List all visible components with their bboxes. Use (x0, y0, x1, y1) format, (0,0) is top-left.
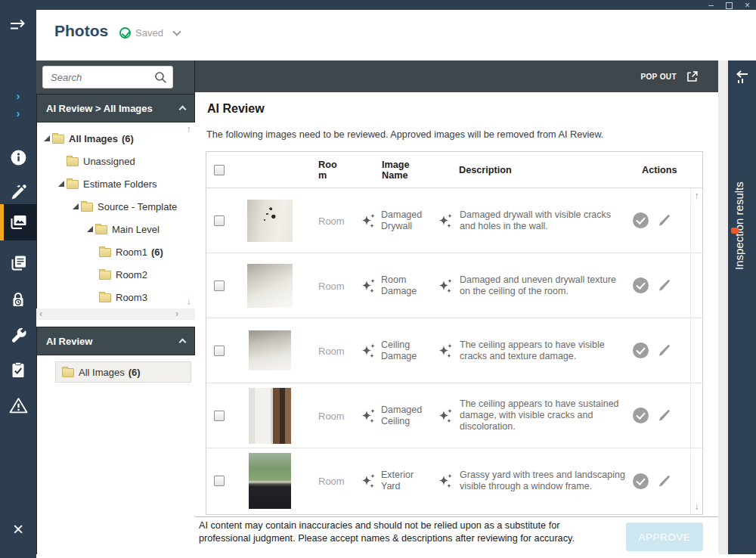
row-checkbox[interactable] (214, 411, 225, 421)
room-value: Room (318, 281, 345, 292)
select-all-checkbox[interactable] (214, 165, 225, 175)
page-header: Photos Saved (36, 10, 756, 60)
edit-image-button[interactable] (657, 408, 671, 423)
column-header-room: Room (308, 160, 358, 181)
collapse-chevron-icon[interactable] (179, 339, 187, 346)
ai-sparkle-icon (361, 212, 376, 229)
scroll-right-icon[interactable]: › (175, 308, 178, 319)
folder-icon (99, 271, 111, 280)
save-status[interactable]: Saved (119, 27, 180, 39)
inspection-results-tab[interactable]: Inspection results (728, 60, 756, 554)
section-subtitle: The following images need to be reviewed… (206, 129, 603, 140)
saved-dropdown-chevron-icon[interactable] (172, 27, 181, 36)
approve-button[interactable]: APPROVE (626, 522, 703, 551)
tree-item-estimate-folders[interactable]: Estimate Folders (37, 172, 195, 195)
search-icon[interactable] (154, 71, 167, 87)
approve-image-button[interactable] (633, 212, 649, 228)
tree-horizontal-scrollbar[interactable]: ‹ › (36, 308, 195, 320)
image-name-value: Room Damage (381, 274, 428, 297)
table-row: Room Ceiling Damage The ceiling appears … (206, 318, 702, 383)
expand-toggle-icon[interactable] (70, 203, 81, 209)
expand-panel-icon[interactable] (734, 70, 751, 88)
approve-image-button[interactable] (633, 343, 649, 358)
description-value: The ceiling appears to have sustained da… (460, 398, 627, 432)
table-vertical-scrollbar[interactable]: ↑ ↓ (690, 188, 702, 514)
review-table: Room Image Name Description Actions Room… (206, 151, 703, 515)
save-status-label: Saved (135, 27, 163, 39)
documents-icon[interactable] (0, 255, 36, 271)
scroll-up-icon[interactable]: ↑ (183, 124, 194, 135)
chevron-right-icon[interactable]: › (0, 108, 36, 119)
expand-toggle-icon[interactable] (56, 181, 67, 187)
section-title: AI Review (207, 102, 265, 116)
scroll-down-icon[interactable]: ↓ (691, 501, 702, 512)
tree-item-room1[interactable]: Room1 (6) (37, 240, 195, 263)
maximize-icon[interactable] (726, 2, 733, 9)
approve-image-button[interactable] (633, 277, 649, 293)
close-window-icon[interactable]: × (745, 1, 750, 10)
page-gutter (718, 60, 728, 554)
scroll-up-icon[interactable]: ↑ (691, 191, 702, 201)
expand-toggle-icon[interactable] (85, 226, 95, 232)
folder-icon (67, 157, 79, 166)
expand-toggle-icon[interactable] (42, 135, 52, 141)
tools-wrench-icon[interactable] (0, 327, 36, 344)
photos-icon[interactable] (0, 214, 36, 231)
pop-out-button[interactable]: POP OUT (631, 60, 708, 92)
approve-image-button[interactable] (633, 473, 649, 489)
approve-image-button[interactable] (633, 408, 649, 423)
edit-image-button[interactable] (657, 213, 671, 228)
folder-tree: All Images (6) Unassigned Estimate Folde… (36, 122, 195, 308)
folder-icon (95, 225, 107, 234)
row-checkbox[interactable] (214, 476, 225, 486)
photo-thumbnail[interactable] (247, 200, 293, 242)
inspection-clipboard-icon[interactable] (0, 361, 36, 379)
toolbar: POP OUT (195, 60, 718, 92)
edit-icon[interactable] (0, 184, 36, 201)
image-name-value: Exterior Yard (381, 470, 428, 492)
image-name-value: Damaged Ceiling (381, 405, 428, 427)
tree-item-main-level[interactable]: Main Level (37, 218, 195, 240)
ai-sparkle-icon (361, 473, 376, 489)
image-name-value: Ceiling Damage (381, 339, 428, 362)
table-row: Room Damaged Ceiling The ceiling appears… (206, 383, 702, 448)
tree-vertical-scrollbar[interactable]: ↑ ↓ (183, 124, 194, 307)
minimize-icon[interactable]: – (708, 1, 714, 10)
scroll-left-icon[interactable]: ‹ (39, 308, 42, 319)
folders-panel-header[interactable]: AI Review > All Images (36, 94, 195, 122)
tree-item-room3[interactable]: Room3 (37, 286, 195, 308)
edit-image-button[interactable] (657, 278, 671, 293)
row-checkbox[interactable] (214, 215, 225, 226)
photo-thumbnail[interactable] (249, 388, 291, 444)
alert-exclamation-icon (731, 225, 739, 234)
app-window: – × › › (0, 0, 756, 558)
tree-item-unassigned[interactable]: Unassigned (37, 150, 195, 172)
info-icon[interactable] (0, 149, 36, 166)
chevron-right-icon[interactable]: › (0, 91, 36, 101)
breadcrumb: AI Review > All Images (46, 103, 153, 114)
history-lock-icon[interactable] (0, 291, 36, 308)
photo-thumbnail[interactable] (249, 453, 291, 509)
alerts-warning-icon[interactable] (0, 397, 36, 414)
tree-item-ai-review-all-images[interactable]: All Images (6) (55, 361, 191, 383)
edit-image-button[interactable] (657, 474, 671, 488)
inspection-results-label: Inspection results (733, 100, 745, 270)
ai-review-panel-header[interactable]: AI Review (36, 327, 195, 355)
photo-thumbnail[interactable] (249, 330, 291, 370)
collapse-chevron-icon[interactable] (179, 106, 187, 113)
row-checkbox[interactable] (214, 346, 225, 356)
description-value: Grassy yard with trees and landscaping v… (460, 470, 627, 492)
close-panel-icon[interactable]: × (0, 520, 36, 538)
edit-image-button[interactable] (657, 343, 671, 358)
room-value: Room (318, 215, 345, 227)
pop-out-label: POP OUT (640, 73, 677, 81)
row-checkbox[interactable] (214, 281, 225, 291)
description-value: Damaged and uneven drywall texture on th… (460, 274, 627, 297)
transfer-arrows-icon[interactable] (0, 19, 36, 32)
scroll-down-icon[interactable]: ↓ (183, 296, 194, 307)
photo-thumbnail[interactable] (247, 264, 293, 308)
ai-sparkle-icon (438, 408, 453, 424)
tree-item-all-images[interactable]: All Images (6) (37, 127, 195, 150)
tree-item-room2[interactable]: Room2 (37, 263, 195, 286)
tree-item-source-template[interactable]: Source - Template (37, 195, 195, 218)
